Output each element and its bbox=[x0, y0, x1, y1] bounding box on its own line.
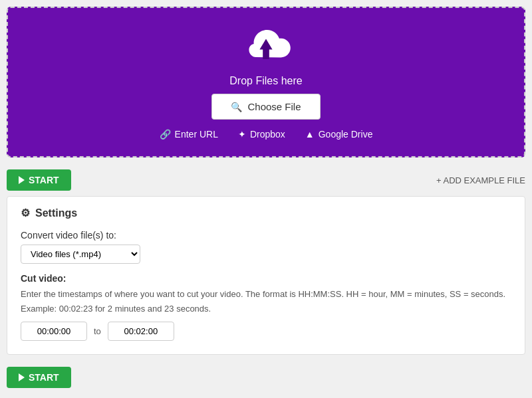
dropbox-link[interactable]: ✦ Dropbox bbox=[238, 129, 285, 140]
top-toolbar: START + ADD EXAMPLE FILE bbox=[0, 164, 532, 196]
cloud-upload-icon bbox=[239, 28, 293, 71]
time-range-row: to bbox=[21, 322, 511, 341]
dropbox-icon: ✦ bbox=[238, 129, 246, 140]
format-select[interactable]: Video files (*.mp4) Video files (*.avi) … bbox=[21, 245, 140, 264]
time-to-input[interactable] bbox=[108, 322, 174, 341]
convert-format-group: Convert video file(s) to: Video files (*… bbox=[21, 230, 511, 264]
time-from-input[interactable] bbox=[21, 322, 87, 341]
cloud-icon-wrapper: Drop Files here bbox=[229, 28, 302, 87]
chevron-right-icon-bottom bbox=[19, 373, 25, 381]
start-button-top[interactable]: START bbox=[7, 169, 71, 191]
enter-url-link[interactable]: 🔗 Enter URL bbox=[160, 129, 218, 140]
cut-video-example: Example: 00:02:23 for 2 minutes and 23 s… bbox=[21, 304, 511, 314]
cut-video-section: Cut video: Enter the timestamps of where… bbox=[21, 273, 511, 341]
cut-video-desc: Enter the timestamps of where you want t… bbox=[21, 288, 511, 301]
link-row: 🔗 Enter URL ✦ Dropbox ▲ Google Drive bbox=[160, 129, 373, 140]
choose-file-button[interactable]: 🔍 Choose File bbox=[211, 94, 320, 120]
gear-icon: ⚙ bbox=[21, 207, 30, 219]
to-label: to bbox=[94, 326, 101, 336]
cut-video-label: Cut video: bbox=[21, 273, 511, 284]
settings-title: ⚙ Settings bbox=[21, 207, 511, 219]
chevron-right-icon bbox=[19, 176, 25, 184]
bottom-toolbar: START bbox=[0, 361, 532, 393]
add-example-file-link[interactable]: + ADD EXAMPLE FILE bbox=[436, 175, 525, 185]
convert-label: Convert video file(s) to: bbox=[21, 230, 511, 241]
page-wrapper: Drop Files here 🔍 Choose File 🔗 Enter UR… bbox=[0, 7, 532, 398]
settings-panel: ⚙ Settings Convert video file(s) to: Vid… bbox=[7, 196, 525, 355]
google-drive-icon: ▲ bbox=[305, 129, 315, 140]
drop-zone: Drop Files here 🔍 Choose File 🔗 Enter UR… bbox=[7, 7, 525, 157]
drop-text: Drop Files here bbox=[229, 75, 302, 87]
link-icon: 🔗 bbox=[160, 129, 171, 140]
google-drive-link[interactable]: ▲ Google Drive bbox=[305, 129, 373, 140]
search-icon: 🔍 bbox=[231, 102, 242, 112]
start-button-bottom[interactable]: START bbox=[7, 367, 71, 388]
